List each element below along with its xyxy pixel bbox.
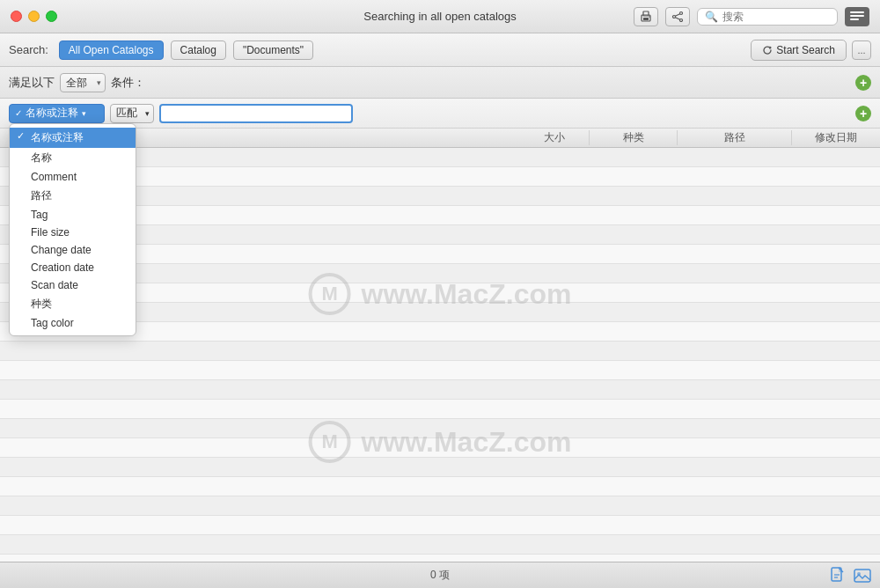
svg-line-7 xyxy=(675,13,679,15)
search-icon: 🔍 xyxy=(705,11,718,23)
tab-documents[interactable]: "Documents" xyxy=(233,40,313,60)
dropdown-item-tag-color[interactable]: Tag color xyxy=(10,314,136,332)
main-content: Search: All Open Catalogs Catalog "Docum… xyxy=(0,33,880,588)
svg-line-8 xyxy=(675,17,679,18)
table-row xyxy=(0,342,880,361)
search-label: Search: xyxy=(9,43,48,56)
filter-chevron-icon: ▾ xyxy=(82,109,86,118)
titlebar-right-controls: 🔍 xyxy=(634,7,869,26)
table-row xyxy=(0,400,880,419)
table-row xyxy=(0,516,880,535)
table-row xyxy=(0,419,880,438)
filter-type-select[interactable]: ✓ 名称或注释 ▾ xyxy=(9,104,105,123)
dropdown-item-change-date[interactable]: Change date xyxy=(10,241,136,259)
tab-all-open-catalogs[interactable]: All Open Catalogs xyxy=(59,40,164,60)
table-row xyxy=(0,458,880,477)
filter-row: ✓ 名称或注释 ▾ ✓ 名称或注释 名称 Comment 路径 xyxy=(0,99,880,129)
add-condition-button[interactable]: + xyxy=(855,75,871,91)
dropdown-item-comment[interactable]: Comment xyxy=(10,168,136,186)
satisfy-label: 满足以下 xyxy=(9,75,55,91)
minimize-button[interactable] xyxy=(28,11,40,22)
all-conditions-select[interactable]: 全部 xyxy=(60,73,106,92)
dropdown-item-name[interactable]: 名称 xyxy=(10,148,136,168)
dropdown-item-path[interactable]: 路径 xyxy=(10,186,136,206)
dropdown-item-scan-date[interactable]: Scan date xyxy=(10,276,136,294)
status-bar: 0 项 xyxy=(0,562,880,588)
filter-match-select[interactable]: 匹配 ▾ xyxy=(110,104,154,123)
svg-point-6 xyxy=(680,18,683,21)
condition-bar: 满足以下 全部 ▾ 条件： + xyxy=(0,67,880,99)
dropdown-item-tag[interactable]: Tag xyxy=(10,206,136,224)
share-icon xyxy=(671,11,684,23)
share-button[interactable] xyxy=(665,7,690,26)
titlebar: Searching in all open catalogs 🔍 xyxy=(0,0,880,33)
conditions-label: 条件： xyxy=(111,75,145,91)
global-search[interactable]: 🔍 xyxy=(697,8,838,26)
more-options-button[interactable]: ... xyxy=(852,40,871,60)
dropdown-item-creation-date[interactable]: Creation date xyxy=(10,259,136,276)
dropdown-item-file-size[interactable]: File size xyxy=(10,224,136,241)
status-bar-right xyxy=(829,567,871,584)
svg-point-3 xyxy=(649,16,650,18)
table-row xyxy=(0,477,880,496)
all-conditions-select-wrapper: 全部 ▾ xyxy=(60,73,106,92)
table-row xyxy=(0,438,880,458)
maximize-button[interactable] xyxy=(46,11,57,22)
dropdown-item-kind[interactable]: 种类 xyxy=(10,294,136,314)
svg-rect-12 xyxy=(854,570,870,582)
table-row xyxy=(0,496,880,516)
filter-input[interactable] xyxy=(159,104,353,123)
svg-point-4 xyxy=(673,15,676,18)
search-toolbar: Search: All Open Catalogs Catalog "Docum… xyxy=(0,33,880,67)
check-icon: ✓ xyxy=(15,108,22,118)
add-filter-button[interactable]: + xyxy=(855,106,871,121)
table-row xyxy=(0,361,880,380)
refresh-icon xyxy=(762,45,773,55)
col-type-header[interactable]: 种类 xyxy=(590,130,678,145)
traffic-lights xyxy=(11,11,57,22)
col-date-header[interactable]: 修改日期 xyxy=(792,130,880,145)
selected-check-icon: ✓ xyxy=(17,130,25,142)
start-search-button[interactable]: Start Search xyxy=(751,40,847,61)
match-chevron-icon: ▾ xyxy=(145,109,150,118)
dropdown-item-name-comment[interactable]: ✓ 名称或注释 xyxy=(10,128,136,148)
table-row xyxy=(0,535,880,555)
svg-point-5 xyxy=(680,11,683,14)
close-button[interactable] xyxy=(11,11,22,22)
filter-match-label: 匹配 xyxy=(116,106,137,121)
image-icon[interactable] xyxy=(854,567,871,584)
filter-type-label: 名称或注释 xyxy=(26,106,78,121)
search-input[interactable] xyxy=(722,11,830,23)
filter-dropdown-menu: ✓ 名称或注释 名称 Comment 路径 Tag File size xyxy=(9,123,136,336)
sidebar-toggle-button[interactable] xyxy=(845,7,869,26)
col-path-header[interactable]: 路径 xyxy=(678,130,792,145)
print-icon xyxy=(640,11,652,23)
file-icon[interactable] xyxy=(829,567,847,584)
col-size-header[interactable]: 大小 xyxy=(519,130,590,145)
tab-catalog[interactable]: Catalog xyxy=(171,40,226,60)
item-count: 0 项 xyxy=(430,568,450,583)
sidebar-icon xyxy=(850,11,864,22)
table-row xyxy=(0,380,880,400)
print-button[interactable] xyxy=(634,7,658,26)
svg-rect-2 xyxy=(643,18,649,20)
filter-type-dropdown[interactable]: ✓ 名称或注释 ▾ ✓ 名称或注释 名称 Comment 路径 xyxy=(9,104,105,123)
window-title: Searching in all open catalogs xyxy=(363,10,516,23)
search-toolbar-right: Start Search ... xyxy=(751,40,871,61)
